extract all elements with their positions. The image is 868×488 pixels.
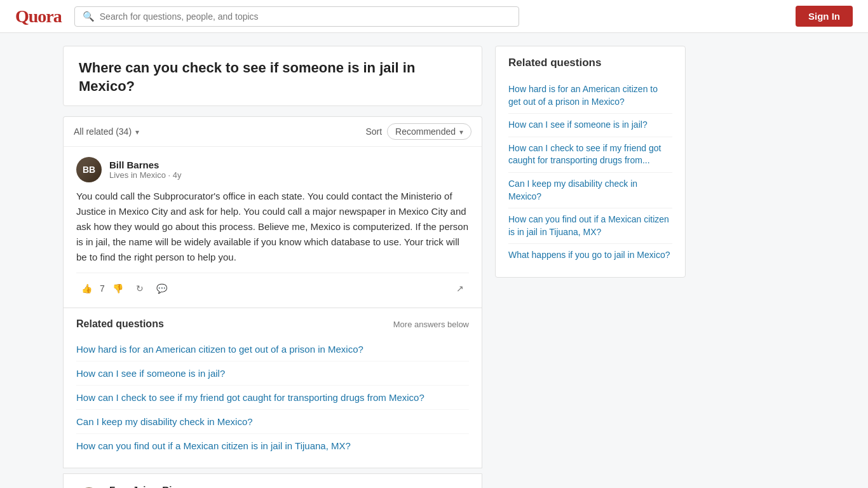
sidebar-related-questions: Related questions How hard is for an Ame… — [495, 46, 686, 278]
all-related-chevron-icon — [135, 126, 139, 137]
more-answers-label: More answers below — [393, 320, 469, 329]
sidebar-link-5[interactable]: What happens if you go to jail in Mexico… — [508, 244, 672, 267]
answer-card-bill-barnes: BB Bill Barnes Lives in Mexico · 4y You … — [63, 147, 482, 308]
answer-text: You could call the Subprocurator's offic… — [76, 189, 469, 265]
related-inline-header: Related questions More answers below — [76, 318, 469, 330]
answers-header: All related (34) Sort Recommended — [63, 116, 482, 147]
author-info: Bill Barnes Lives in Mexico · 4y — [109, 159, 181, 180]
upvote-button[interactable]: 👍 — [76, 280, 97, 297]
all-related-label: All related (34) — [74, 126, 132, 137]
related-link-4[interactable]: How can you find out if a Mexican citize… — [76, 434, 469, 458]
related-link-1[interactable]: How can I see if someone is in jail? — [76, 362, 469, 386]
sort-chevron-icon — [459, 126, 463, 137]
answer-card-fran-jaime-rivera: FJ Fran Jaime Rivera Mexican,Divorced mo… — [63, 473, 482, 488]
author-name[interactable]: Bill Barnes — [109, 159, 181, 170]
downvote-button[interactable]: 👎 — [107, 280, 128, 297]
related-inline-card: Related questions More answers below How… — [63, 308, 482, 468]
share-icon: ↻ — [136, 283, 144, 294]
vote-count: 7 — [100, 283, 105, 294]
related-link-2[interactable]: How can I check to see if my friend got … — [76, 386, 469, 410]
question-box: Where can you check to see if someone is… — [63, 46, 482, 106]
share-button[interactable]: ↻ — [131, 280, 149, 297]
author-info-2: Fran Jaime Rivera Mexican,Divorced mom o… — [109, 484, 469, 488]
sidebar-link-0[interactable]: How hard is for an American citizen to g… — [508, 78, 672, 114]
related-link-0[interactable]: How hard is for an American citizen to g… — [76, 337, 469, 362]
avatar-bill-barnes[interactable]: BB — [76, 157, 102, 182]
comment-button[interactable]: 💬 — [151, 280, 172, 297]
forward-button[interactable]: ↗ — [451, 280, 469, 297]
all-related-filter[interactable]: All related (34) — [74, 126, 139, 137]
content-area: Where can you check to see if someone is… — [63, 46, 482, 488]
sidebar: Related questions How hard is for an Ame… — [495, 46, 686, 488]
downvote-icon: 👎 — [112, 283, 123, 294]
related-inline-links: How hard is for an American citizen to g… — [76, 337, 469, 458]
search-icon: 🔍 — [83, 11, 95, 22]
sort-label: Sort — [365, 126, 382, 137]
comment-icon: 💬 — [156, 283, 167, 294]
sidebar-link-1[interactable]: How can I see if someone is in jail? — [508, 114, 672, 137]
quora-logo[interactable]: Quora — [15, 6, 62, 27]
author-meta: Lives in Mexico · 4y — [109, 170, 181, 180]
related-link-3[interactable]: Can I keep my disability check in Mexico… — [76, 410, 469, 434]
sign-in-button[interactable]: Sign In — [796, 6, 853, 27]
answer-actions: 👍 7 👎 ↻ 💬 ↗ — [76, 273, 469, 297]
author-row-2: FJ Fran Jaime Rivera Mexican,Divorced mo… — [76, 484, 469, 488]
sort-value: Recommended — [395, 126, 456, 137]
sidebar-link-4[interactable]: How can you find out if a Mexican citize… — [508, 208, 672, 244]
forward-icon: ↗ — [456, 283, 464, 294]
author-name-2[interactable]: Fran Jaime Rivera — [109, 484, 469, 488]
sidebar-link-3[interactable]: Can I keep my disability check in Mexico… — [508, 173, 672, 208]
question-title: Where can you check to see if someone is… — [79, 59, 466, 95]
sidebar-related-title: Related questions — [508, 57, 672, 69]
related-inline-title: Related questions — [76, 318, 164, 330]
sidebar-link-2[interactable]: How can I check to see if my friend got … — [508, 137, 672, 173]
author-row: BB Bill Barnes Lives in Mexico · 4y — [76, 157, 469, 182]
upvote-icon: 👍 — [81, 283, 92, 294]
search-bar: 🔍 — [74, 6, 519, 27]
sort-area: Sort Recommended — [365, 123, 471, 140]
sort-dropdown[interactable]: Recommended — [387, 123, 471, 140]
search-input[interactable] — [100, 11, 511, 22]
avatar-initials: BB — [83, 165, 95, 175]
